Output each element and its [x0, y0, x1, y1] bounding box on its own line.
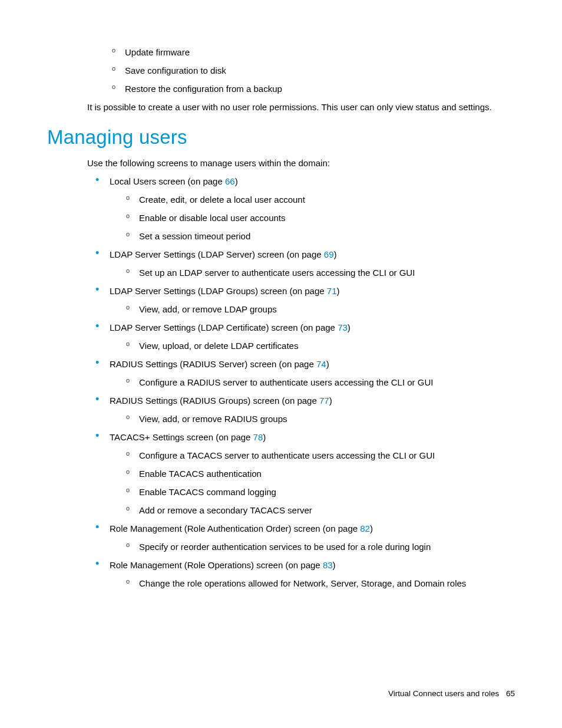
bullet-item: Role Management (Role Operations) screen… [95, 559, 515, 589]
list-item: Create, edit, or delete a local user acc… [126, 193, 515, 206]
footer-text: Virtual Connect users and roles [388, 689, 499, 698]
bullet-text: Role Management (Role Operations) screen… [110, 560, 323, 570]
sub-list: Configure a RADIUS server to authenticat… [110, 376, 515, 388]
list-item: Specify or reorder authentication servic… [126, 541, 515, 553]
list-item: Configure a RADIUS server to authenticat… [126, 376, 515, 388]
bullet-text: ) [235, 176, 238, 186]
bullet-text: ) [348, 322, 351, 332]
list-item: Configure a TACACS server to authenticat… [126, 449, 515, 462]
sub-list: View, add, or remove RADIUS groups [110, 413, 515, 425]
page-reference-link[interactable]: 83 [323, 560, 333, 570]
bullet-text: LDAP Server Settings (LDAP Groups) scree… [110, 286, 327, 296]
list-item: View, add, or remove LDAP groups [126, 303, 515, 315]
top-sub-list: Update firmware Save configuration to di… [47, 46, 515, 95]
bullet-text: ) [333, 249, 336, 259]
body-paragraph: It is possible to create a user with no … [87, 101, 515, 113]
bullet-text: RADIUS Settings (RADIUS Server) screen (… [110, 359, 316, 369]
bullet-text: LDAP Server Settings (LDAP Server) scree… [110, 249, 324, 259]
bullet-item: Local Users screen (on page 66)Create, e… [95, 175, 515, 242]
list-item: Set up an LDAP server to authenticate us… [126, 266, 515, 279]
bullet-text: RADIUS Settings (RADIUS Groups) screen (… [110, 396, 319, 406]
list-item: Save configuration to disk [112, 64, 515, 77]
bullet-text: ) [336, 286, 339, 296]
sub-list: View, add, or remove LDAP groups [110, 303, 515, 315]
list-item: Update firmware [112, 46, 515, 58]
main-bullet-list: Local Users screen (on page 66)Create, e… [47, 175, 515, 589]
bullet-item: RADIUS Settings (RADIUS Server) screen (… [95, 358, 515, 388]
bullet-text: ) [263, 432, 266, 442]
intro-paragraph: Use the following screens to manage user… [87, 157, 515, 169]
bullet-text: LDAP Server Settings (LDAP Certificate) … [110, 322, 338, 332]
page-reference-link[interactable]: 82 [360, 523, 370, 533]
list-item: View, add, or remove RADIUS groups [126, 413, 515, 425]
page-reference-link[interactable]: 66 [225, 176, 235, 186]
bullet-item: LDAP Server Settings (LDAP Groups) scree… [95, 285, 515, 315]
bullet-item: LDAP Server Settings (LDAP Server) scree… [95, 248, 515, 279]
page-reference-link[interactable]: 77 [319, 396, 329, 406]
bullet-item: TACACS+ Settings screen (on page 78)Conf… [95, 431, 515, 516]
bullet-text: ) [326, 359, 329, 369]
list-item: Set a session timeout period [126, 230, 515, 242]
sub-list: Configure a TACACS server to authenticat… [110, 449, 515, 516]
sub-list: View, upload, or delete LDAP certificate… [110, 340, 515, 352]
page-footer: Virtual Connect users and roles 65 [388, 689, 515, 700]
bullet-text: Local Users screen (on page [110, 176, 225, 186]
sub-list: Specify or reorder authentication servic… [110, 541, 515, 553]
list-item: Enable TACACS command logging [126, 486, 515, 498]
sub-list: Change the role operations allowed for N… [110, 577, 515, 589]
list-item: Enable TACACS authentication [126, 467, 515, 480]
page-reference-link[interactable]: 73 [338, 322, 348, 332]
list-item: Restore the configuration from a backup [112, 83, 515, 95]
bullet-text: TACACS+ Settings screen (on page [110, 432, 253, 442]
page-reference-link[interactable]: 78 [253, 432, 263, 442]
bullet-item: Role Management (Role Authentication Ord… [95, 522, 515, 553]
bullet-text: Role Management (Role Authentication Ord… [110, 523, 360, 533]
footer-page-number: 65 [506, 689, 515, 698]
sub-list: Create, edit, or delete a local user acc… [110, 193, 515, 242]
list-item: Change the role operations allowed for N… [126, 577, 515, 589]
sub-list: Set up an LDAP server to authenticate us… [110, 266, 515, 279]
bullet-item: RADIUS Settings (RADIUS Groups) screen (… [95, 394, 515, 425]
list-item: View, upload, or delete LDAP certificate… [126, 340, 515, 352]
document-page: Update firmware Save configuration to di… [0, 0, 562, 728]
bullet-text: ) [329, 396, 332, 406]
page-reference-link[interactable]: 74 [316, 359, 326, 369]
page-reference-link[interactable]: 71 [327, 286, 337, 296]
list-item: Add or remove a secondary TACACS server [126, 504, 515, 516]
page-reference-link[interactable]: 69 [324, 249, 334, 259]
list-item: Enable or disable local user accounts [126, 212, 515, 224]
bullet-text: ) [370, 523, 373, 533]
bullet-item: LDAP Server Settings (LDAP Certificate) … [95, 321, 515, 352]
bullet-text: ) [333, 560, 336, 570]
section-heading: Managing users [47, 124, 515, 151]
